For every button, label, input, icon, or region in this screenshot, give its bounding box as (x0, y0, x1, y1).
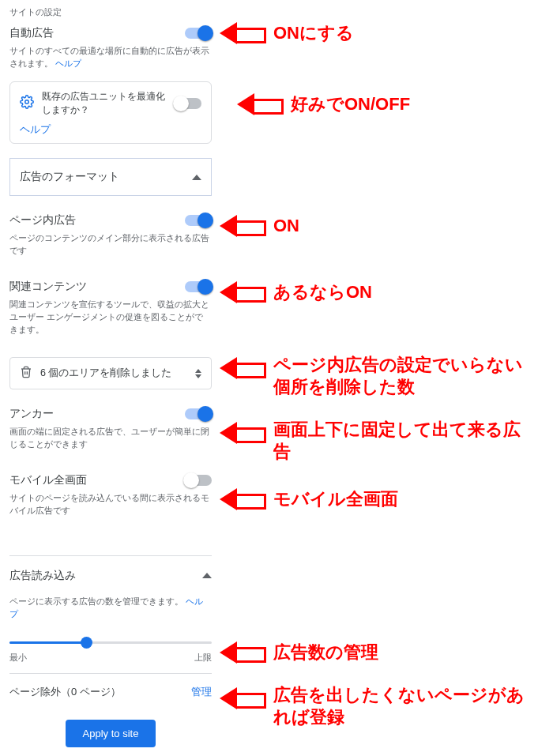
auto-ads-toggle[interactable] (185, 28, 212, 39)
auto-ads-desc-text: サイトのすべての最適な場所に自動的に広告が表示されます。 (9, 46, 209, 68)
manage-link[interactable]: 管理 (191, 685, 212, 699)
inpage-toggle[interactable] (185, 215, 212, 226)
apply-to-site-button[interactable]: Apply to site (66, 720, 156, 747)
inpage-label: ページ内広告 (9, 213, 76, 228)
arrow-left-icon (220, 215, 237, 237)
anchor-desc: 画面の端に固定される広告で、ユーザーが簡単に閉じることができます (9, 426, 212, 456)
arrow-left-icon (237, 93, 254, 115)
arrow-left-icon (220, 687, 237, 709)
chevron-up-icon (202, 573, 212, 578)
annotation-5: ページ内広告の設定でいらない個所を削除した数 (220, 354, 536, 397)
ad-formats-section: 広告のフォーマット (9, 158, 212, 196)
optimize-toggle[interactable] (175, 98, 201, 109)
vignette-toggle[interactable] (185, 475, 212, 486)
page-exclusions-row: ページ除外（0 ページ） 管理 (9, 673, 212, 710)
auto-ads-row: 自動広告 (9, 21, 212, 45)
vignette-desc: サイトのページを読み込んでいる間に表示されるモバイル広告です (9, 492, 212, 522)
ad-load-slider[interactable]: 最小 上限 (9, 626, 212, 667)
matched-block: 関連コンテンツ 関連コンテンツを宣伝するツールで、収益の拡大とユーザー エンゲー… (9, 270, 212, 349)
deleted-areas-card[interactable]: 6 個のエリアを削除しました (9, 357, 212, 389)
ad-load-desc-text: ページに表示する広告の数を管理できます。 (9, 596, 183, 606)
arrow-left-icon (220, 422, 237, 444)
arrow-left-icon (220, 488, 237, 510)
ad-formats-header[interactable]: 広告のフォーマット (10, 159, 211, 195)
arrow-left-icon (220, 357, 237, 379)
optimize-help-link[interactable]: ヘルプ (20, 123, 51, 135)
ad-formats-body: ページ内広告 ページのコンテンツのメイン部分に表示される広告です 関連コンテンツ… (9, 196, 212, 537)
annotation-3: ON (220, 215, 299, 237)
matched-desc: 関連コンテンツを宣伝するツールで、収益の拡大とユーザー エンゲージメントの促進を… (9, 299, 212, 341)
vignette-label: モバイル全画面 (9, 473, 87, 487)
settings-panel: サイトの設定 自動広告 サイトのすべての最適な場所に自動的に広告が表示されます。… (0, 0, 221, 747)
svg-point-0 (25, 100, 29, 104)
optimize-card-text: 既存の広告ユニットを最適化しますか？ (42, 90, 167, 117)
matched-toggle[interactable] (185, 281, 212, 292)
annotation-6: 画面上下に固定して出て来る広告 (220, 419, 536, 462)
matched-label: 関連コンテンツ (9, 280, 87, 294)
slider-max-label: 上限 (194, 652, 212, 664)
trash-icon (20, 366, 32, 381)
site-settings-title: サイトの設定 (9, 0, 212, 21)
annotation-7: モバイル全画面 (220, 488, 398, 510)
ad-load-section: 広告読み込み ページに表示する広告の数を管理できます。 ヘルプ 最小 上限 ペー… (9, 555, 212, 747)
arrow-left-icon (220, 641, 237, 664)
anchor-toggle[interactable] (185, 408, 212, 419)
annotation-8: 広告数の管理 (220, 641, 378, 664)
anchor-label: アンカー (9, 407, 54, 421)
arrow-left-icon (220, 281, 237, 303)
slider-min-label: 最小 (9, 652, 27, 664)
ad-formats-title: 広告のフォーマット (20, 170, 119, 184)
annotation-4: あるならON (220, 281, 372, 303)
auto-ads-help-link[interactable]: ヘルプ (55, 58, 81, 68)
vignette-block: モバイル全画面 サイトのページを読み込んでいる間に表示されるモバイル広告です (9, 464, 212, 530)
annotation-9: 広告を出したくないページがあれば登録 (220, 684, 536, 728)
gear-icon (20, 95, 34, 111)
auto-ads-desc: サイトのすべての最適な場所に自動的に広告が表示されます。 ヘルプ (9, 45, 212, 75)
optimize-card: 既存の広告ユニットを最適化しますか？ ヘルプ (9, 81, 212, 145)
ad-load-title: 広告読み込み (9, 569, 76, 583)
annotation-2: 好みでON/OFF (237, 93, 410, 115)
auto-ads-label: 自動広告 (9, 26, 54, 40)
exclusions-label: ページ除外（0 ページ） (9, 685, 121, 699)
sort-icon (195, 369, 201, 378)
annotation-1: ONにする (220, 22, 354, 44)
inpage-desc: ページのコンテンツのメイン部分に表示される広告です (9, 232, 212, 262)
deleted-areas-text: 6 個のエリアを削除しました (40, 367, 187, 381)
ad-load-header[interactable]: 広告読み込み (9, 556, 212, 596)
inpage-ads-block: ページ内広告 ページのコンテンツのメイン部分に表示される広告です (9, 204, 212, 270)
ad-load-desc: ページに表示する広告の数を管理できます。 ヘルプ (9, 596, 212, 626)
chevron-up-icon (192, 175, 201, 180)
anchor-block: アンカー 画面の端に固定される広告で、ユーザーが簡単に閉じることができます (9, 397, 212, 464)
arrow-left-icon (220, 22, 237, 44)
